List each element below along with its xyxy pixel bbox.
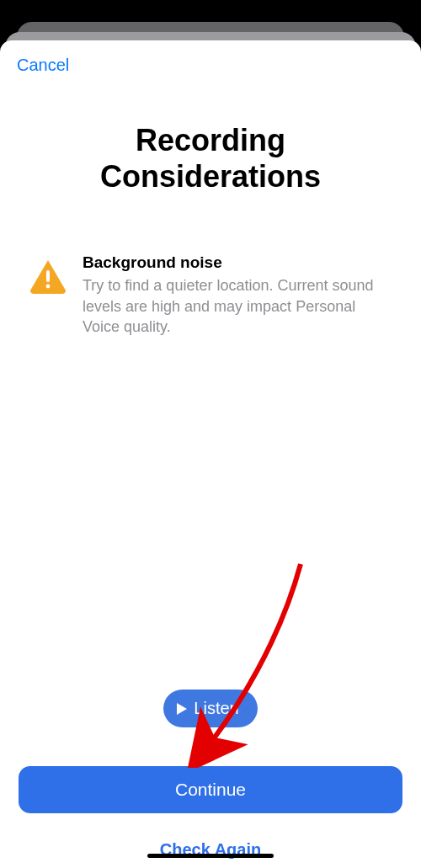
svg-point-1 (46, 285, 51, 289)
navbar: Cancel (0, 40, 421, 75)
home-indicator (147, 854, 274, 858)
notice-row: Background noise Try to find a quieter l… (0, 253, 421, 337)
continue-button[interactable]: Continue (19, 766, 402, 813)
listen-button[interactable]: Listen (163, 690, 257, 727)
svg-rect-0 (46, 270, 50, 282)
page-title: Recording Considerations (0, 122, 421, 194)
play-icon (177, 703, 187, 715)
notice-text: Background noise Try to find a quieter l… (83, 253, 392, 337)
notice-heading: Background noise (83, 253, 392, 272)
modal-sheet: Cancel Recording Considerations Backgrou… (0, 40, 421, 868)
listen-label: Listen (194, 699, 238, 718)
cancel-button[interactable]: Cancel (17, 56, 69, 75)
check-again-button[interactable]: Check Again (0, 835, 421, 868)
notice-body: Try to find a quieter location. Current … (83, 275, 392, 337)
warning-triangle-icon (29, 258, 67, 297)
